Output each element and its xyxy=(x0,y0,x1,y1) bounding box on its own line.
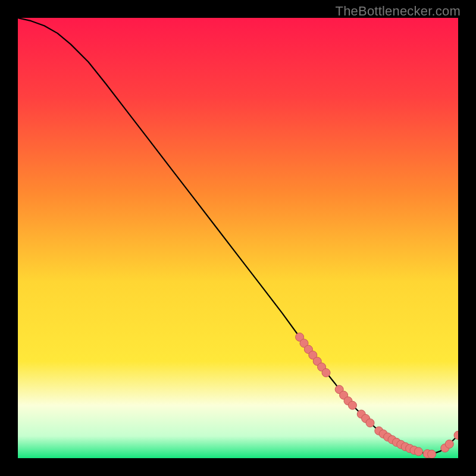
data-marker xyxy=(366,419,374,427)
data-marker xyxy=(445,440,453,448)
data-marker xyxy=(428,450,436,458)
gradient-background xyxy=(18,18,458,458)
watermark-text: TheBottlenecker.com xyxy=(336,4,461,19)
chart-stage: TheBottlenecker.com xyxy=(0,0,476,476)
chart-svg xyxy=(18,18,458,458)
data-marker xyxy=(322,368,330,377)
data-marker xyxy=(348,401,356,409)
data-marker xyxy=(414,447,422,456)
plot-area xyxy=(18,18,458,458)
